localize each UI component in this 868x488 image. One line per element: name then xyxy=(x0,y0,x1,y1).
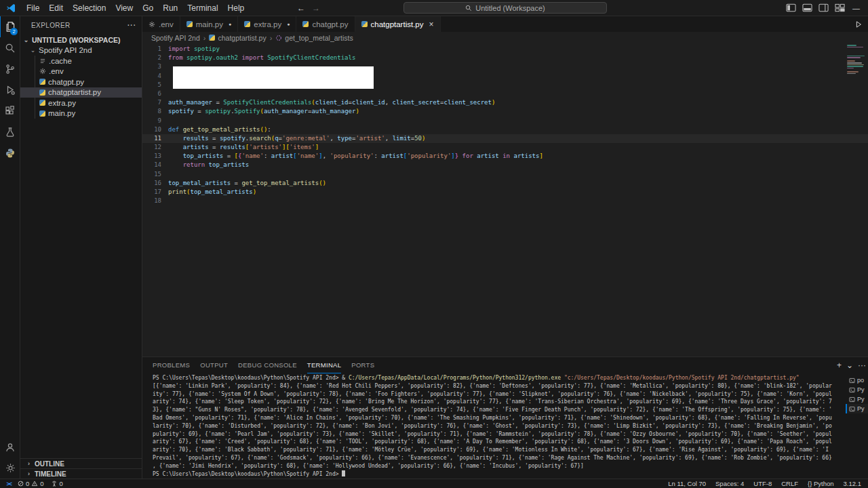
status-cursor-position[interactable]: Ln 11, Col 70 xyxy=(668,480,706,487)
activitybar-extensions[interactable] xyxy=(0,100,20,121)
panel-tab-ports[interactable]: PORTS xyxy=(351,357,374,373)
section-timeline[interactable]: ›TIMELINE xyxy=(20,468,142,479)
folder-spotify-api-2nd[interactable]: ⌄ Spotify API 2nd xyxy=(20,45,142,56)
line-number: 8 xyxy=(142,107,168,116)
layout-right-icon[interactable] xyxy=(818,3,829,12)
breadcrumb-item[interactable]: Spotify API 2nd xyxy=(151,34,200,42)
code-line-14[interactable]: 14 return top_artists xyxy=(142,161,868,169)
code-line-2[interactable]: 2from spotipy.oauth2 import SpotifyClien… xyxy=(142,54,868,62)
menu-terminal[interactable]: Terminal xyxy=(182,0,222,16)
layout-controls xyxy=(786,0,845,16)
code-line-8[interactable]: 8spotify = spotipy.Spotify(auth_manager=… xyxy=(142,107,868,116)
menu-selection[interactable]: Selection xyxy=(68,0,111,16)
menu-view[interactable]: View xyxy=(111,0,138,16)
problems-status[interactable]: 0 0 xyxy=(18,480,44,487)
file-main.py[interactable]: main.py xyxy=(20,108,142,119)
file-.cache[interactable]: .cache xyxy=(20,56,142,66)
activitybar-run-debug[interactable] xyxy=(0,79,20,100)
code-line-17[interactable]: 17print(top_metal_artists) xyxy=(142,188,868,197)
breadcrumb-item[interactable]: chatgptartist.py xyxy=(209,34,266,42)
status-language-mode[interactable]: {} Python xyxy=(808,480,834,487)
menu-help[interactable]: Help xyxy=(223,0,250,16)
line-number: 18 xyxy=(142,197,168,205)
breadcrumb-item[interactable]: get_top_metal_artists xyxy=(275,34,353,42)
activitybar-settings[interactable] xyxy=(0,458,20,479)
layout-left-icon[interactable] xyxy=(786,3,796,12)
terminal-list-item[interactable]: Py xyxy=(846,394,868,404)
terminal-list-item[interactable]: Py xyxy=(846,385,868,394)
remote-indicator[interactable]: >< xyxy=(0,479,18,488)
terminal-list-item[interactable]: Py xyxy=(846,404,868,413)
activitybar-explorer[interactable]: 2 xyxy=(0,16,20,37)
redaction-overlay xyxy=(173,66,374,89)
account-icon xyxy=(5,442,16,453)
ports-status[interactable]: 0 xyxy=(51,480,63,487)
terminal-output-line: ity': 77}, {'name': 'System Of A Down', … xyxy=(153,390,846,399)
code-line-15[interactable]: 15 xyxy=(142,170,868,179)
workspace-root[interactable]: ⌄ UNTITLED (WORKSPACE) xyxy=(20,35,142,45)
panel-tab-debug-console[interactable]: DEBUG CONSOLE xyxy=(238,357,297,373)
tab-.env[interactable]: .env xyxy=(142,16,180,32)
status-encoding[interactable]: UTF-8 xyxy=(753,480,772,487)
command-center-label: Untitled (Workspace) xyxy=(475,4,545,12)
explorer-more-actions[interactable]: ··· xyxy=(127,22,136,29)
status-python-version[interactable]: 3.12.1 xyxy=(844,480,861,487)
line-number: 14 xyxy=(142,161,168,169)
panel-tab-output[interactable]: OUTPUT xyxy=(200,357,228,373)
code-line-10[interactable]: 10def get_top_metal_artists(): xyxy=(142,125,868,134)
code-line-18[interactable]: 18 xyxy=(142,197,868,205)
status-eol[interactable]: CRLF xyxy=(781,480,798,487)
code-line-6[interactable]: 6 xyxy=(142,89,868,98)
minimap[interactable] xyxy=(847,45,866,77)
terminal-output-line: , {'name': 'Jimi Hendrix', 'popularity':… xyxy=(153,462,846,470)
code-line-11[interactable]: 11 results = spotify.search(q='genre:met… xyxy=(142,134,868,143)
activitybar-search[interactable] xyxy=(0,37,20,58)
new-terminal-button[interactable]: + xyxy=(837,361,842,370)
activitybar-testing[interactable] xyxy=(0,121,20,142)
python-file-icon xyxy=(39,110,45,117)
terminal-output[interactable]: PS C:\Users\Tepas\Desktop\koodaus\Python… xyxy=(142,373,846,479)
line-number: 11 xyxy=(142,134,168,143)
minimize-button[interactable]: — xyxy=(852,0,860,16)
panel-tab-problems[interactable]: PROBLEMS xyxy=(153,357,190,373)
tab-main.py[interactable]: main.py ● xyxy=(180,16,239,32)
menu-run[interactable]: Run xyxy=(158,0,182,16)
status-indentation[interactable]: Spaces: 4 xyxy=(715,480,744,487)
tab-extra.py[interactable]: extra.py ● xyxy=(238,16,296,32)
activitybar-account[interactable] xyxy=(0,436,20,458)
code-line-13[interactable]: 13 top_artists = [{'name': artist['name'… xyxy=(142,152,868,161)
menu-file[interactable]: File xyxy=(22,0,44,16)
close-icon[interactable]: × xyxy=(429,20,433,29)
activitybar-python[interactable] xyxy=(0,142,20,163)
tab-chatgpt.py[interactable]: chatgpt.py xyxy=(296,16,355,32)
layout-bottom-icon[interactable] xyxy=(802,3,812,12)
panel-more-actions[interactable]: ··· xyxy=(858,361,866,370)
menu-go[interactable]: Go xyxy=(138,0,158,16)
tab-chatgptartist.py[interactable]: chatgptartist.py × xyxy=(355,16,441,32)
file-chatgpt.py[interactable]: chatgpt.py xyxy=(20,77,142,87)
terminal-list: po Py Py Py xyxy=(846,373,868,479)
file-extra.py[interactable]: extra.py xyxy=(20,98,142,108)
code-line-9[interactable]: 9 xyxy=(142,117,868,125)
activitybar-source-control[interactable] xyxy=(0,58,20,79)
layout-custom-icon[interactable] xyxy=(835,3,845,12)
terminal-output-line: arity': 70}, {'name': 'Black Sabbath', '… xyxy=(153,446,846,454)
file-.env[interactable]: .env xyxy=(20,66,142,77)
code-line-7[interactable]: 7auth_manager = SpotifyClientCredentials… xyxy=(142,98,868,107)
code-line-16[interactable]: 16top_metal_artists = get_top_metal_arti… xyxy=(142,179,868,188)
menu-edit[interactable]: Edit xyxy=(44,0,68,16)
terminal-list-item[interactable]: po xyxy=(846,375,868,385)
terminal-dropdown-chevron[interactable]: ⌄ xyxy=(846,361,853,370)
code-line-1[interactable]: 1import spotipy xyxy=(142,45,868,54)
back-arrow-icon[interactable]: ← xyxy=(297,3,305,13)
run-file-button[interactable] xyxy=(854,20,863,28)
section-outline[interactable]: ›OUTLINE xyxy=(20,458,142,468)
panel-tab-terminal[interactable]: TERMINAL xyxy=(307,357,341,373)
terminal-output-line: Prevail', 'popularity': 67}, {'name': 'G… xyxy=(153,454,846,462)
code-line-12[interactable]: 12 artists = results['artists']['items'] xyxy=(142,143,868,152)
code-editor[interactable]: 1import spotipy2from spotipy.oauth2 impo… xyxy=(142,43,868,357)
command-center-search[interactable]: Untitled (Workspace) xyxy=(403,2,607,14)
search-icon xyxy=(5,43,16,54)
file-chatgptartist.py[interactable]: chatgptartist.py xyxy=(20,87,142,98)
forward-arrow-icon[interactable]: → xyxy=(312,3,320,13)
